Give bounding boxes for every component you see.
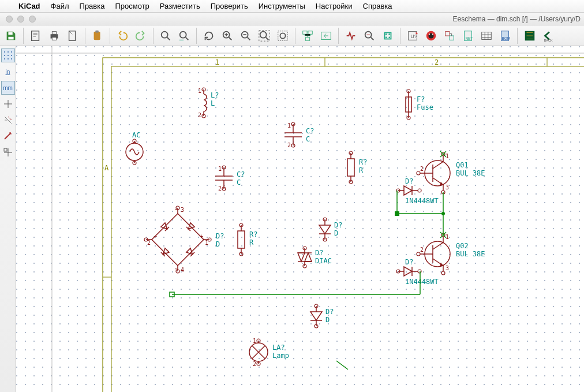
find-button[interactable] [157, 27, 174, 44]
menu-place[interactable]: Разместить [160, 2, 200, 10]
svg-text:−: − [154, 233, 157, 240]
ltoolbar-last-button[interactable] [1, 145, 15, 159]
svg-rect-0 [8, 32, 12, 35]
svg-text:L: L [211, 99, 215, 107]
svg-text:2: 2 [147, 240, 151, 246]
svg-point-32 [432, 33, 433, 35]
menu-preferences[interactable]: Настройки [316, 2, 353, 10]
hierarchy-button[interactable] [299, 27, 316, 44]
svg-text:R: R [249, 238, 254, 247]
svg-rect-34 [450, 36, 454, 40]
menu-view[interactable]: Просмотр [115, 2, 149, 10]
units-in-button[interactable]: in [1, 65, 15, 79]
svg-text:3: 3 [181, 207, 184, 213]
svg-text:2: 2 [287, 142, 291, 148]
svg-point-10 [180, 31, 186, 38]
zoom-window-button[interactable] [29, 16, 36, 23]
svg-text:2: 2 [218, 185, 222, 192]
svg-rect-17 [303, 31, 307, 34]
svg-point-13 [260, 31, 267, 38]
page-settings-button[interactable] [27, 27, 44, 44]
svg-text:2: 2 [420, 166, 424, 172]
svg-text:LA?: LA? [272, 344, 285, 352]
svg-text:1: 1 [205, 240, 208, 246]
schematic-canvas[interactable]: 1 2 A L? L 1 2 [16, 46, 584, 392]
svg-point-16 [280, 33, 285, 38]
svg-text:1: 1 [446, 153, 449, 159]
svg-rect-53 [16, 46, 584, 392]
svg-text:BUL 38E: BUL 38E [456, 169, 485, 177]
bus-direction-button[interactable] [1, 129, 15, 143]
menu-tools[interactable]: Инструменты [259, 2, 305, 10]
annotate-button[interactable]: U? [404, 27, 421, 44]
svg-rect-5 [52, 37, 56, 40]
undo-button[interactable] [114, 27, 131, 44]
svg-text:1: 1 [253, 338, 256, 344]
svg-text:Fuse: Fuse [417, 103, 433, 111]
svg-text:C?: C? [306, 127, 314, 135]
menu-inspect[interactable]: Проверить [211, 2, 248, 10]
netlist-button[interactable]: NET [459, 27, 477, 44]
svg-point-46 [8, 55, 9, 56]
svg-text:BOM: BOM [502, 36, 511, 40]
zoom-in-button[interactable] [219, 27, 236, 44]
menu-help[interactable]: Справка [363, 2, 392, 10]
svg-rect-7 [94, 31, 100, 40]
svg-text:Lamp: Lamp [272, 352, 289, 360]
symbol-editor-button[interactable] [342, 27, 360, 44]
erc-button[interactable] [422, 27, 440, 44]
leave-sheet-button[interactable] [317, 27, 335, 44]
bom-button[interactable]: BOM [496, 27, 514, 44]
grid-button[interactable] [1, 48, 15, 62]
svg-text:1: 1 [287, 122, 291, 129]
main-toolbar: U? NET BOM BACK [0, 25, 584, 46]
svg-text:+: + [200, 233, 203, 240]
menu-edit[interactable]: Правка [80, 2, 105, 10]
svg-text:NET: NET [465, 36, 473, 40]
svg-text:1: 1 [446, 234, 449, 240]
macos-menubar: KiCad Файл Правка Просмотр Разместить Пр… [0, 0, 584, 13]
minimize-window-button[interactable] [17, 16, 24, 23]
svg-point-44 [11, 51, 12, 53]
svg-rect-51 [4, 148, 7, 151]
close-window-button[interactable] [6, 16, 13, 23]
svg-text:D?: D? [334, 221, 342, 229]
svg-point-47 [11, 55, 12, 56]
svg-text:2: 2 [198, 112, 201, 118]
svg-point-48 [4, 58, 5, 59]
app-name[interactable]: KiCad [18, 2, 40, 10]
paste-button[interactable] [89, 27, 106, 44]
back-import-button[interactable]: BACK [540, 27, 557, 44]
zoom-redraw-button[interactable] [200, 27, 218, 44]
assign-footprints-button[interactable] [441, 27, 458, 44]
hidden-pins-button[interactable] [1, 113, 15, 127]
svg-rect-8 [95, 30, 99, 32]
redo-button[interactable] [132, 27, 149, 44]
svg-text:DIAC: DIAC [315, 257, 332, 265]
svg-text:1: 1 [198, 88, 201, 94]
zoom-fit-button[interactable] [256, 27, 273, 44]
zoom-selection-button[interactable] [274, 27, 291, 44]
find-replace-button[interactable] [175, 27, 193, 44]
browse-libs-button[interactable] [361, 27, 378, 44]
menu-file[interactable]: Файл [51, 2, 69, 10]
svg-text:D?: D? [216, 232, 224, 240]
svg-rect-2 [32, 31, 39, 40]
svg-point-24 [388, 33, 390, 35]
svg-point-25 [385, 36, 387, 38]
symbol-fields-button[interactable] [478, 27, 495, 44]
footprint-editor-button[interactable] [379, 27, 396, 44]
units-mm-button[interactable]: mm [1, 81, 15, 95]
cursor-shape-button[interactable] [1, 97, 15, 111]
zoom-out-button[interactable] [237, 27, 254, 44]
svg-text:1N4448WT: 1N4448WT [405, 197, 439, 205]
svg-rect-19 [305, 37, 309, 40]
print-button[interactable] [46, 27, 63, 44]
plot-button[interactable] [64, 27, 81, 44]
save-button[interactable] [2, 27, 20, 44]
left-toolbar: in mm [0, 46, 16, 392]
svg-text:R?: R? [359, 158, 367, 166]
svg-text:D?: D? [405, 258, 413, 266]
svg-text:1: 1 [218, 166, 222, 172]
pcb-button[interactable] [521, 27, 538, 44]
